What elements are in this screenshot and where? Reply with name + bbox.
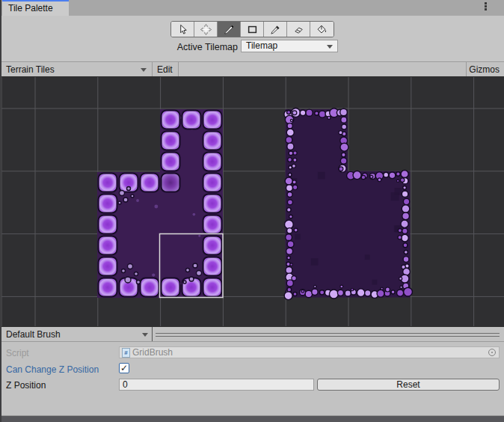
cursor-icon [177, 24, 188, 35]
paintbrush-icon [224, 24, 235, 35]
reset-button[interactable]: Reset [317, 379, 500, 391]
z-position-input[interactable] [119, 379, 314, 391]
eraser-tool-button[interactable] [287, 22, 310, 37]
rectangle-icon [247, 24, 258, 35]
paintbrush-tool-button[interactable] [218, 22, 241, 37]
flood-fill-tool-button[interactable] [310, 22, 334, 37]
window-left-edge [0, 0, 1, 422]
tile-palette-window: Tile Palette [0, 0, 504, 422]
gizmos-button[interactable]: Gizmos [469, 64, 500, 75]
edit-button[interactable]: Edit [157, 64, 173, 75]
brush-panel: Default Brush Script #GridBrush Can Chan… [0, 326, 504, 416]
active-tilemap-dropdown[interactable]: Tilemap [241, 40, 338, 52]
chevron-down-icon[interactable] [141, 68, 147, 72]
move-tool-button[interactable] [194, 22, 218, 37]
chevron-down-icon[interactable] [142, 333, 148, 337]
tool-area: Active Tilemap Tilemap [0, 16, 504, 61]
picker-tool-button[interactable] [264, 22, 287, 37]
script-file-icon: # [122, 348, 130, 358]
brush-row: Default Brush [0, 326, 504, 342]
object-picker-icon[interactable] [488, 349, 496, 356]
eraser-icon [293, 24, 304, 35]
palette-canvas[interactable] [0, 77, 504, 326]
palette-dropdown[interactable]: Terrain Tiles [6, 64, 55, 75]
palette-bar: Terrain Tiles Edit Gizmos [0, 61, 504, 77]
brush-size-slider[interactable] [156, 327, 500, 341]
active-tilemap-value: Tilemap [246, 40, 277, 51]
script-label: Script [6, 348, 29, 358]
can-change-z-checkbox[interactable] [119, 363, 129, 373]
script-field: #GridBrush [119, 346, 500, 358]
tab-title: Tile Palette [8, 3, 53, 13]
tile-grid [0, 77, 504, 326]
move-icon [200, 24, 212, 35]
box-fill-tool-button[interactable] [241, 22, 264, 37]
select-tool-button[interactable] [171, 22, 194, 37]
script-value: GridBrush [132, 347, 173, 358]
window-bottom-edge [0, 415, 504, 422]
can-change-z-label: Can Change Z Position [6, 364, 99, 375]
z-position-label: Z Position [6, 380, 46, 391]
tab-bar: Tile Palette [0, 0, 504, 16]
chevron-down-icon [327, 45, 333, 49]
window-menu-kebab-icon[interactable] [485, 2, 488, 12]
brush-dropdown[interactable]: Default Brush [6, 329, 61, 340]
tilemap-tool-group [170, 21, 334, 37]
eyedropper-icon [270, 24, 281, 35]
paint-bucket-icon [316, 24, 328, 35]
active-tilemap-label: Active Tilemap [0, 42, 238, 52]
tab-tile-palette[interactable]: Tile Palette [2, 0, 69, 16]
